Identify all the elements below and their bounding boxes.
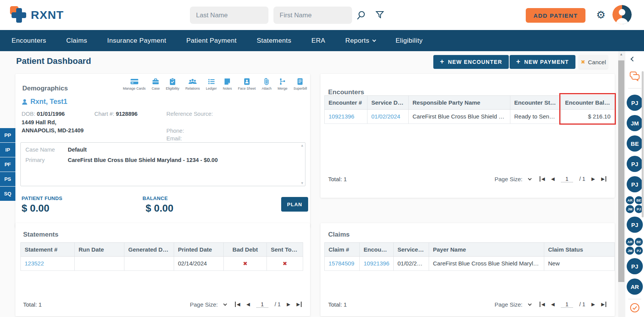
- search-icon[interactable]: [356, 10, 366, 22]
- first-page-button[interactable]: ◀: [540, 302, 545, 307]
- next-page-button[interactable]: ▶: [592, 302, 595, 307]
- col-header-encounter-status[interactable]: Encounter Status: [510, 96, 561, 109]
- col-header-generated-date[interactable]: Generated Date: [124, 243, 174, 256]
- side-tab-ps[interactable]: PS: [0, 172, 15, 186]
- cancel-button[interactable]: ✖ Cancel: [579, 55, 608, 69]
- patient-name-link[interactable]: Rxnt, Test1: [30, 98, 67, 106]
- scroll-up-icon[interactable]: ▲: [300, 143, 304, 147]
- bad-debt-cross-icon: ✖: [243, 260, 248, 267]
- encounter-service-date-link[interactable]: 01/02/2024: [367, 110, 409, 123]
- chat-icon[interactable]: [629, 71, 640, 83]
- page-size-dropdown[interactable]: [528, 177, 532, 180]
- chat-avatar[interactable]: AR: [627, 279, 643, 295]
- col-header-bad-debt[interactable]: Bad Debt: [224, 243, 267, 256]
- filter-icon[interactable]: [375, 10, 384, 21]
- prev-page-button[interactable]: ◀: [247, 302, 250, 307]
- scroll-up-icon[interactable]: ▲: [618, 52, 624, 56]
- plus-icon: +: [440, 58, 444, 66]
- claim-number-link[interactable]: 15784509: [324, 257, 360, 270]
- nav-item-statements[interactable]: Statements: [257, 37, 291, 45]
- side-tab-pf[interactable]: PF: [0, 157, 15, 172]
- new-payment-button[interactable]: + NEW PAYMENT: [510, 55, 575, 69]
- col-header-encounter-no[interactable]: Encounter #: [360, 243, 394, 256]
- page-number-input[interactable]: 1: [561, 176, 573, 182]
- statement-printed-date: 02/14/2024: [174, 257, 224, 270]
- tool-label: Face Sheet: [238, 87, 256, 90]
- statement-number-link[interactable]: 123522: [20, 257, 75, 270]
- check-circle-icon[interactable]: [630, 303, 640, 314]
- first-page-button[interactable]: ◀: [540, 176, 545, 182]
- claims-total: Total: 1: [328, 301, 347, 308]
- add-patient-button[interactable]: ADD PATIENT: [526, 8, 585, 23]
- chat-avatar[interactable]: PJ: [627, 156, 643, 172]
- claim-encounter-link[interactable]: 10921396: [360, 257, 394, 270]
- col-header-service-date[interactable]: Service Date: [394, 243, 429, 256]
- last-page-button[interactable]: ▶: [601, 302, 606, 307]
- chat-sidebar-scrollbar[interactable]: [642, 71, 644, 217]
- last-name-input[interactable]: [190, 7, 268, 24]
- first-page-button[interactable]: ◀: [235, 302, 240, 307]
- last-page-button[interactable]: ▶: [297, 302, 302, 307]
- col-header-printed-date[interactable]: Printed Date: [174, 243, 224, 256]
- case-button[interactable]: Case: [152, 78, 160, 90]
- scroll-down-icon[interactable]: ▼: [300, 181, 304, 185]
- merge-button[interactable]: Merge: [278, 78, 288, 90]
- chat-group-avatar[interactable]: AR BE JM PJ: [626, 196, 644, 213]
- chat-avatar[interactable]: JM: [627, 115, 643, 131]
- col-header-statement-no[interactable]: Statement #: [20, 243, 75, 256]
- manage-cards-button[interactable]: Manage Cards: [123, 78, 146, 90]
- case-list-box[interactable]: Case Name Default Primary CareFirst Blue…: [20, 142, 305, 186]
- nav-item-encounters[interactable]: Encounters: [12, 37, 46, 45]
- prev-page-button[interactable]: ◀: [551, 176, 555, 182]
- page-number-input[interactable]: 1: [256, 301, 268, 308]
- page-size-dropdown[interactable]: [528, 302, 532, 306]
- scrollbar-thumb[interactable]: [618, 60, 624, 282]
- new-encounter-button[interactable]: + NEW ENCOUNTER: [433, 55, 509, 69]
- chat-avatar[interactable]: PJ: [627, 217, 643, 233]
- next-page-button[interactable]: ▶: [592, 176, 595, 182]
- col-header-payer-name[interactable]: Payer Name: [429, 243, 544, 256]
- plan-button[interactable]: PLAN: [281, 197, 308, 212]
- nav-item-eligibility[interactable]: Eligibility: [396, 37, 423, 45]
- chat-avatar[interactable]: PJ: [627, 258, 643, 274]
- gear-icon[interactable]: ⚙: [596, 8, 605, 22]
- col-header-run-date[interactable]: Run Date: [75, 243, 124, 256]
- face-sheet-button[interactable]: Face Sheet: [238, 78, 256, 90]
- prev-page-button[interactable]: ◀: [551, 302, 555, 307]
- page-size-dropdown[interactable]: [223, 302, 227, 306]
- nav-item-claims[interactable]: Claims: [66, 37, 87, 45]
- user-avatar[interactable]: [612, 5, 632, 24]
- chat-avatar[interactable]: PJ: [627, 95, 643, 111]
- side-tab-ip[interactable]: IP: [0, 143, 15, 157]
- col-header-claim-status[interactable]: Claim Status: [544, 243, 615, 256]
- encounter-number-link[interactable]: 10921396: [324, 110, 367, 123]
- last-page-button[interactable]: ▶: [601, 176, 606, 182]
- chat-avatar[interactable]: BE: [627, 135, 643, 152]
- chat-group-avatar[interactable]: AR BE JM PJ: [626, 238, 644, 255]
- collapse-sidebar-icon[interactable]: [631, 57, 636, 62]
- col-header-responsible-party[interactable]: Responsible Party Name: [409, 96, 510, 109]
- first-name-input[interactable]: [273, 7, 352, 24]
- nav-item-patient-payment[interactable]: Patient Payment: [186, 37, 237, 45]
- nav-item-reports[interactable]: Reports: [345, 37, 376, 45]
- col-header-service-date[interactable]: Service Date: [367, 96, 409, 109]
- relations-button[interactable]: Relations: [185, 78, 200, 90]
- chat-avatar[interactable]: PJ: [627, 176, 643, 192]
- col-header-encounter-no[interactable]: Encounter #: [324, 96, 367, 109]
- nav-item-insurance-payment[interactable]: Insurance Payment: [107, 37, 166, 45]
- next-page-button[interactable]: ▶: [287, 302, 290, 307]
- side-tab-sq[interactable]: SQ: [0, 187, 15, 201]
- superbill-button[interactable]: Superbill: [293, 78, 307, 90]
- rxnt-logo[interactable]: RXNT: [10, 6, 64, 24]
- notes-button[interactable]: Notes: [223, 78, 232, 90]
- col-header-claim-no[interactable]: Claim #: [324, 243, 360, 256]
- eligibility-button[interactable]: Eligibility: [166, 78, 179, 90]
- page-number-input[interactable]: 1: [561, 301, 573, 308]
- side-tab-pp[interactable]: PP: [0, 128, 15, 142]
- main-scrollbar[interactable]: ▲: [618, 51, 624, 317]
- col-header-encounter-balance[interactable]: Encounter Balance: [561, 96, 615, 109]
- col-header-sent-to-collections[interactable]: Sent To Collecti...: [267, 243, 303, 256]
- nav-item-era[interactable]: ERA: [311, 37, 325, 45]
- attach-button[interactable]: Attach: [262, 78, 272, 90]
- ledger-button[interactable]: Ledger: [206, 78, 217, 90]
